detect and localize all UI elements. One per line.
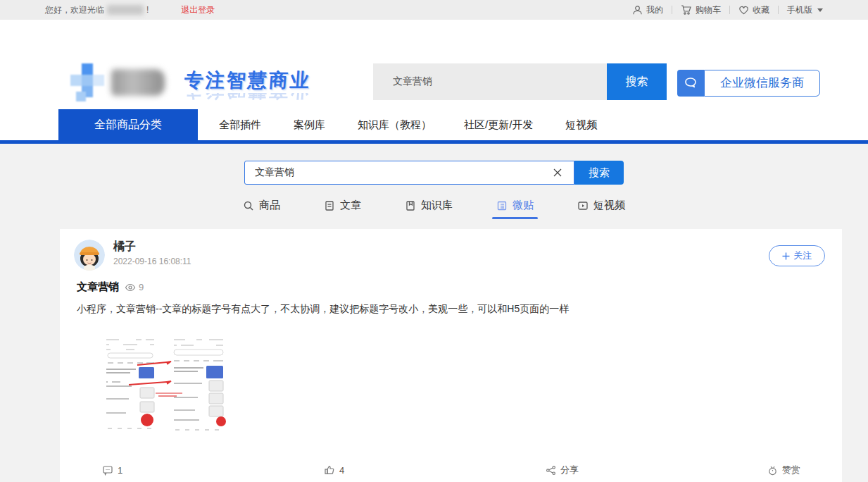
- cart-label: 购物车: [696, 4, 721, 16]
- nav-all-plugins[interactable]: 全部插件: [208, 109, 272, 140]
- topbar-links: 我的 购物车 收藏 手机版: [632, 4, 823, 16]
- video-icon: [577, 200, 589, 211]
- avatar[interactable]: [74, 240, 105, 271]
- tab-micro-posts[interactable]: 微贴: [496, 199, 534, 219]
- result-type-tabs: 商品 文章 知识库 微贴 短视频: [0, 199, 868, 219]
- nav-community[interactable]: 社区/更新/开发: [453, 109, 544, 140]
- mobile-version-label: 手机版: [787, 4, 812, 16]
- nav-knowledge-base[interactable]: 知识库（教程）: [346, 109, 443, 140]
- censored-username: [107, 5, 144, 15]
- my-account-label: 我的: [646, 4, 663, 16]
- comment-count: 1: [118, 465, 122, 476]
- wecom-bubble-icon: [677, 70, 704, 97]
- like-count: 4: [339, 465, 344, 476]
- post-title-row: 文章营销 9: [74, 280, 825, 294]
- reward-icon: [767, 465, 778, 476]
- results-search: 搜索: [0, 161, 868, 185]
- search-icon: [243, 200, 254, 211]
- cart-icon: [681, 4, 692, 16]
- tab-label: 微贴: [512, 199, 534, 212]
- header-search-input[interactable]: [373, 63, 607, 100]
- site-logo[interactable]: [70, 63, 104, 103]
- results-search-input[interactable]: [255, 167, 550, 178]
- nav-case-library[interactable]: 案例库: [282, 109, 336, 140]
- wecom-service-badge[interactable]: 企业微信服务商: [677, 70, 820, 97]
- greeting: 您好，欢迎光临 ! 退出登录: [45, 4, 215, 16]
- tab-short-videos[interactable]: 短视频: [577, 199, 625, 219]
- like-action[interactable]: 4: [324, 464, 546, 476]
- header-search-button[interactable]: 搜索: [607, 63, 667, 100]
- my-account-link[interactable]: 我的: [632, 4, 663, 16]
- chevron-down-icon: [817, 8, 823, 12]
- brand-slogan: 专注智慧商业 专注智慧商业: [184, 68, 311, 103]
- favorites-label: 收藏: [753, 4, 769, 16]
- thumbs-up-icon: [324, 464, 335, 476]
- view-count: 9: [139, 282, 144, 292]
- censored-brand-name: [111, 69, 165, 96]
- tab-articles[interactable]: 文章: [324, 199, 361, 219]
- share-label: 分享: [560, 464, 579, 476]
- main-nav: 全部商品分类 全部插件 案例库 知识库（教程） 社区/更新/开发 短视频: [0, 109, 868, 140]
- wecom-badge-label: 企业微信服务商: [704, 70, 820, 97]
- greeting-prefix: 您好，欢迎光临: [45, 4, 104, 16]
- tab-label: 知识库: [421, 199, 453, 212]
- reward-action[interactable]: 赞赏: [767, 464, 868, 476]
- tab-products[interactable]: 商品: [243, 199, 280, 219]
- header-search: 搜索: [373, 63, 667, 100]
- post-attachment-image[interactable]: [77, 334, 232, 433]
- greeting-suffix: !: [146, 5, 149, 15]
- view-counter: 9: [125, 282, 144, 293]
- post-body: 小程序，文章营销--文章的标题字号有点大了，不太协调，建议把标题字号改小，美观一…: [74, 302, 825, 316]
- results-search-box: [244, 161, 574, 185]
- tab-label: 商品: [259, 199, 280, 212]
- eye-icon: [125, 282, 136, 293]
- post-card: 橘子 2022-09-16 16:08:11 关注 文章营销 9 小程序，文章营…: [60, 229, 842, 482]
- slogan-reflection: 专注智慧商业: [184, 93, 312, 103]
- slogan-text: 专注智慧商业: [184, 68, 313, 93]
- results-search-button[interactable]: 搜索: [574, 161, 624, 185]
- post-title[interactable]: 文章营销: [77, 280, 119, 294]
- share-action[interactable]: 分享: [546, 464, 767, 476]
- post-timestamp: 2022-09-16 16:08:11: [113, 257, 191, 266]
- logout-link[interactable]: 退出登录: [181, 4, 215, 16]
- divider: [778, 6, 779, 14]
- nav-all-categories[interactable]: 全部商品分类: [58, 109, 198, 140]
- share-icon: [546, 465, 556, 476]
- favorites-link[interactable]: 收藏: [738, 4, 769, 16]
- comment-icon: [102, 464, 113, 476]
- cart-link[interactable]: 购物车: [681, 4, 721, 16]
- plus-icon: [782, 252, 790, 260]
- heart-icon: [738, 5, 749, 16]
- post-header: 橘子 2022-09-16 16:08:11 关注: [74, 240, 825, 271]
- comment-action[interactable]: 1: [102, 464, 324, 476]
- mobile-version-menu[interactable]: 手机版: [787, 4, 823, 16]
- follow-label: 关注: [793, 249, 812, 262]
- follow-button[interactable]: 关注: [769, 245, 825, 266]
- user-icon: [632, 5, 643, 16]
- post-actions: 1 4 分享 赞赏: [74, 464, 825, 476]
- site-header: 专注智慧商业 专注智慧商业 搜索 企业微信服务商: [0, 20, 868, 109]
- top-utility-bar: 您好，欢迎光临 ! 退出登录 我的 购物车 收藏 手机版: [0, 0, 868, 20]
- divider: [672, 6, 672, 14]
- reward-label: 赞赏: [782, 464, 800, 476]
- search-results-area: 搜索 商品 文章 知识库 微贴 短视频: [0, 144, 868, 482]
- divider: [729, 6, 730, 14]
- tab-knowledge[interactable]: 知识库: [405, 199, 453, 219]
- author-name[interactable]: 橘子: [113, 240, 191, 254]
- bookmark-icon: [405, 200, 416, 211]
- tab-label: 文章: [340, 199, 361, 212]
- document-icon: [324, 200, 335, 211]
- post-meta: 橘子 2022-09-16 16:08:11: [113, 240, 191, 266]
- clear-search-icon[interactable]: [550, 165, 565, 180]
- tab-label: 短视频: [593, 199, 625, 212]
- nav-short-video[interactable]: 短视频: [554, 109, 608, 140]
- list-icon: [496, 200, 508, 211]
